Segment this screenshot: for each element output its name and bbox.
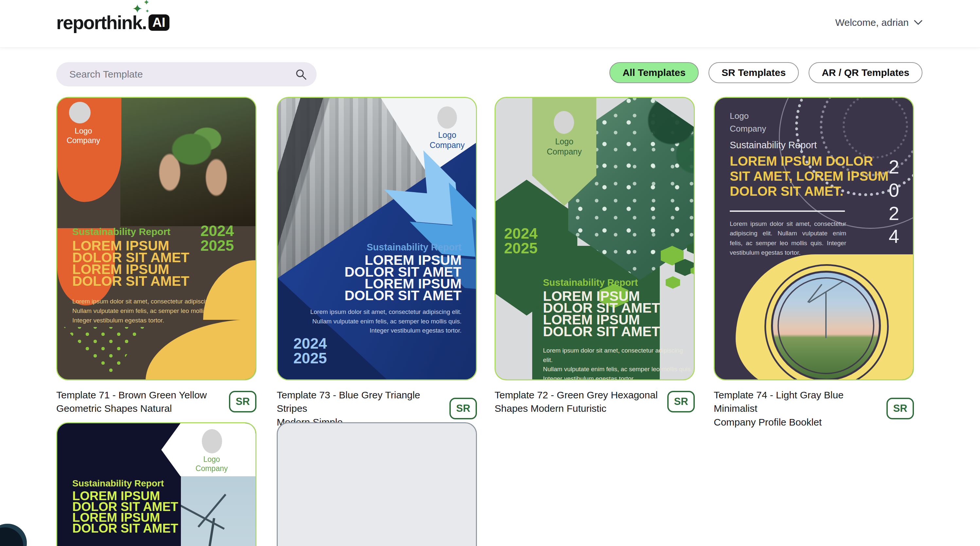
cover-headline: LOREM IPSUMDOLOR SIT AMET LOREM IPSUMDOL… (72, 240, 189, 287)
cover-body-text: Lorem ipsum dolor sit amet, consectetur … (543, 346, 694, 380)
template-title-row: Template 72 - Green Grey HexagonalShapes… (495, 388, 695, 415)
filter-all-templates[interactable]: All Templates (609, 62, 699, 83)
photo-planting-hands (120, 98, 256, 226)
cover-headline: LOREM IPSUMDOLOR SIT AMET LOREM IPSUMDOL… (344, 254, 461, 302)
filter-sr-templates[interactable]: SR Templates (708, 62, 799, 83)
app-logo-text: reporthink (56, 12, 142, 34)
corner-decoration (0, 524, 27, 546)
logo-placeholder-circle (202, 429, 222, 453)
cover-report-label: Sustainability Report (730, 140, 817, 150)
yellow-petal-small (203, 260, 256, 320)
user-menu[interactable]: Welcome, adrian (835, 17, 923, 28)
cover-headline: LOREM IPSUM DOLORSIT AMET, LOREM IPSUM D… (730, 153, 888, 199)
template-card-73[interactable]: LogoCompany Sustainability Report LOREM … (277, 97, 477, 380)
cover-report-label: Sustainability Report (543, 277, 638, 288)
logo-placeholder-circle (69, 102, 91, 123)
logo-placeholder-circle (554, 111, 574, 134)
chevron-down-icon (914, 20, 923, 25)
template-card-71[interactable]: LogoCompany Sustainability Report 202420… (56, 97, 256, 380)
template-title-row: Template 74 - Light Gray Blue Minimalist… (714, 388, 914, 429)
dot-triangle-pattern (64, 327, 146, 377)
template-title: Template 71 - Brown Green YellowGeometri… (56, 388, 207, 415)
vertical-year: 20 24 (883, 155, 904, 248)
welcome-label: Welcome, adrian (835, 17, 909, 28)
divider-line (730, 211, 845, 212)
filter-ar-qr-templates[interactable]: AR / QR Templates (808, 62, 923, 83)
cover-years: 20242025 (200, 224, 234, 253)
template-card-placeholder (277, 422, 477, 546)
template-title: Template 72 - Green Grey HexagonalShapes… (495, 388, 658, 415)
cover-headline: LOREM IPSUMDOLOR SIT AMET LOREM IPSUMDOL… (72, 491, 178, 534)
sr-badge: SR (886, 398, 914, 419)
cover-report-label: Sustainability Report (72, 478, 164, 489)
cover-logo-label: LogoCompany (182, 455, 241, 473)
template-title-row: Template 71 - Brown Green YellowGeometri… (56, 388, 256, 415)
logo-placeholder-circle (438, 106, 457, 129)
cover-logo-label: LogoCompany (414, 130, 477, 150)
cover-body-text: Lorem ipsum dolor sit amet, consectetur … (310, 307, 461, 335)
cover-headline: LOREM IPSUMDOLOR SIT AMET LOREM IPSUMDOL… (543, 291, 660, 337)
sparkle-icon: ✦ ✦ ✦ (132, 1, 162, 17)
template-card-partial[interactable]: LogoCompany Sustainability Report LOREM … (56, 422, 256, 546)
template-card-74[interactable]: LogoCompany Sustainability Report LOREM … (714, 97, 914, 380)
cover-body-text: Lorem ipsum dolor sit amet, consectetur … (72, 297, 224, 326)
template-card-72[interactable]: LogoCompany 20242025 Sustainability Repo… (495, 97, 695, 380)
search-input[interactable] (56, 62, 317, 86)
photo-wind-farm-circle (771, 271, 881, 380)
cover-report-label: Sustainability Report (72, 226, 170, 237)
cover-logo-label: LogoCompany (57, 126, 110, 145)
wind-turbine (825, 292, 827, 338)
hexagon-shape (666, 276, 680, 289)
sr-badge: SR (449, 398, 477, 419)
cover-years: 20242025 (293, 336, 327, 366)
template-filters: All Templates SR Templates AR / QR Templ… (609, 62, 923, 83)
cover-logo-label: LogoCompany (532, 136, 596, 156)
search-bar (56, 62, 317, 86)
photo-wind-turbine-sky (181, 476, 256, 546)
cover-years: 20242025 (504, 226, 538, 255)
cover-logo-label: LogoCompany (730, 110, 766, 135)
template-title: Template 74 - Light Gray Blue Minimalist… (714, 388, 879, 429)
page: reporthink . AI ✦ ✦ ✦ Welcome, adrian Al… (0, 0, 980, 546)
sr-badge: SR (229, 391, 256, 412)
cover-body-text: Lorem ipsum dolor sit amet, consectetur … (730, 219, 846, 258)
yellow-petal-large (146, 319, 256, 380)
search-icon[interactable] (295, 69, 307, 80)
sr-badge: SR (667, 391, 695, 412)
cover-report-label: Sustainability Report (367, 242, 461, 253)
header: reporthink . AI ✦ ✦ ✦ Welcome, adrian (0, 0, 980, 48)
